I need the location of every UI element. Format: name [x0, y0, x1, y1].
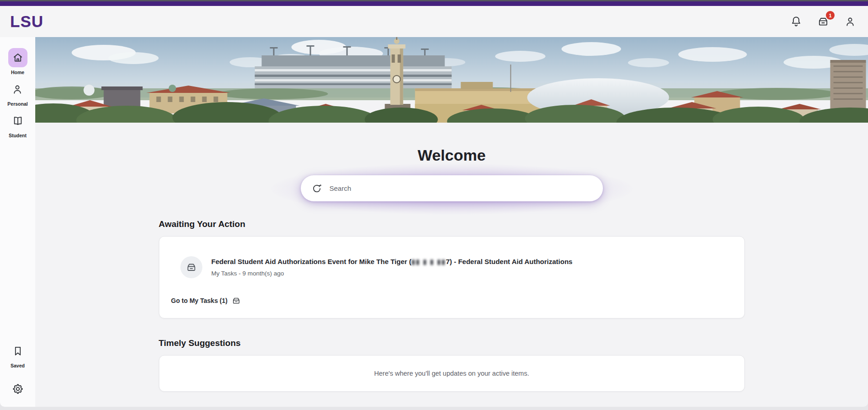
search-bar[interactable]	[301, 175, 603, 201]
my-tasks-inbox-button[interactable]: 1	[817, 16, 829, 27]
sidebar-label-home: Home	[11, 70, 24, 75]
inbox-tray-icon	[186, 262, 197, 273]
search-area	[159, 175, 745, 201]
app-body: Home Personal Student	[0, 37, 868, 407]
search-input[interactable]	[330, 184, 592, 192]
task-title: Federal Student Aid Authorizations Event…	[212, 257, 573, 266]
timely-suggestions-card: Here's where you'll get updates on your …	[159, 355, 745, 392]
inbox-badge: 1	[826, 11, 835, 20]
bell-icon	[790, 16, 802, 27]
saved-tile	[8, 341, 27, 361]
sidebar-item-personal[interactable]: Personal	[7, 80, 27, 107]
home-icon	[12, 52, 24, 64]
inbox-tray-icon	[232, 296, 241, 305]
settings-button[interactable]	[8, 379, 27, 399]
book-icon	[12, 115, 24, 127]
sidebar-nav: Home Personal Student	[0, 37, 35, 407]
awaiting-your-action-heading: Awaiting Your Action	[159, 219, 745, 229]
campus-hero-image	[35, 37, 868, 123]
sidebar-item-student[interactable]: Student	[8, 111, 27, 138]
main-area: Welcome Awaiting Your Action	[35, 37, 868, 407]
task-title-redacted-id: ▮▮ ▮ ▮ ▮▮	[412, 257, 446, 266]
task-title-prefix: Federal Student Aid Authorizations Event…	[212, 258, 412, 265]
person-icon	[11, 83, 23, 95]
bookmark-icon	[12, 345, 24, 357]
personal-tile	[8, 80, 27, 99]
person-icon	[844, 16, 856, 27]
timely-suggestions-heading: Timely Suggestions	[159, 338, 745, 348]
gear-icon	[12, 383, 24, 395]
lsu-logo[interactable]: LSU	[10, 12, 43, 31]
header-actions: 1	[790, 16, 856, 27]
student-tile	[8, 111, 27, 130]
home-tile	[8, 48, 27, 67]
task-list-item[interactable]: Federal Student Aid Authorizations Event…	[159, 237, 744, 278]
go-to-my-tasks-link[interactable]: Go to My Tasks (1)	[171, 296, 241, 305]
campus-hero-banner	[35, 37, 868, 123]
sidebar-item-home[interactable]: Home	[8, 48, 27, 75]
brand-color-bar	[0, 1, 868, 6]
timely-empty-message: Here's where you'll get updates on your …	[374, 370, 529, 377]
profile-button[interactable]	[844, 16, 856, 27]
awaiting-action-card: Federal Student Aid Authorizations Event…	[159, 236, 745, 318]
page-title: Welcome	[159, 146, 745, 164]
go-to-my-tasks-label: Go to My Tasks (1)	[171, 297, 228, 304]
sidebar-label-saved: Saved	[11, 363, 25, 368]
task-icon-circle	[180, 256, 202, 278]
sidebar-item-saved[interactable]: Saved	[8, 341, 27, 368]
settings-tile	[8, 379, 27, 399]
app-header: LSU 1	[0, 6, 868, 37]
sidebar-bottom: Saved	[8, 341, 27, 399]
notifications-button[interactable]	[790, 16, 802, 27]
right-tower-shape	[830, 60, 866, 112]
content-column: Welcome Awaiting Your Action	[159, 146, 745, 392]
sidebar-label-student: Student	[9, 133, 27, 138]
sidebar-label-personal: Personal	[7, 101, 27, 107]
task-text: Federal Student Aid Authorizations Event…	[212, 256, 573, 277]
ai-search-icon	[312, 183, 323, 194]
task-meta: My Tasks - 9 month(s) ago	[212, 270, 573, 277]
task-title-suffix: 7) - Federal Student Aid Authorizations	[446, 258, 572, 265]
